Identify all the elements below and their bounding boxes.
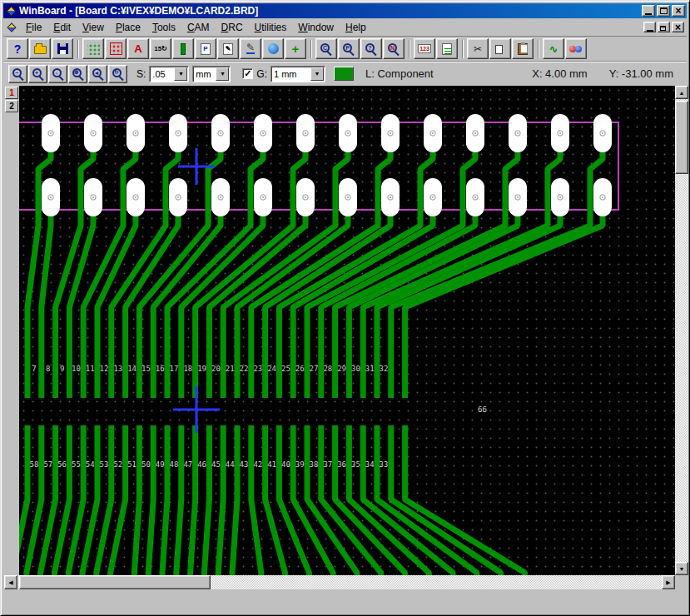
svg-text:55: 55 [72, 460, 81, 469]
menu-drc[interactable]: DRC [216, 20, 249, 35]
magnifier-icon: C [320, 43, 330, 52]
svg-text:27: 27 [310, 365, 319, 373]
report-button[interactable] [436, 38, 458, 59]
svg-text:12: 12 [100, 365, 109, 373]
horizontal-scroll-thumb[interactable] [19, 575, 211, 589]
zoom-query-button[interactable]: ? [360, 38, 382, 59]
grid-checkbox[interactable]: ✓ [242, 68, 253, 79]
maximize-icon [660, 7, 668, 14]
svg-text:11: 11 [86, 365, 95, 373]
text-tool-button[interactable]: A [127, 38, 149, 59]
horizontal-scrollbar[interactable]: ◀ ▶ [4, 575, 675, 589]
mdi-restore-button[interactable] [658, 22, 670, 32]
coordinate-x: X: 4.00 mm [532, 67, 587, 80]
svg-text:28: 28 [323, 365, 332, 373]
maximize-button[interactable] [657, 5, 670, 17]
menu-cam[interactable]: CAM [181, 20, 216, 35]
svg-text:17: 17 [170, 365, 179, 373]
redraw-button[interactable]: ↻ [108, 65, 127, 83]
menu-utilities[interactable]: Utilities [249, 20, 293, 35]
zoom-out-button[interactable]: − [8, 65, 27, 83]
open-file-button[interactable] [29, 38, 51, 59]
scroll-left-button[interactable]: ◀ [4, 575, 17, 589]
menu-edit[interactable]: Edit [47, 20, 77, 35]
grid-combobox[interactable]: 1 mm ▼ [271, 66, 325, 82]
menu-place[interactable]: Place [110, 20, 146, 35]
svg-text:43: 43 [240, 460, 249, 469]
zoom-net-button[interactable]: N [383, 38, 405, 59]
menu-tools[interactable]: Tools [146, 20, 181, 35]
snap-combobox[interactable]: .05 ▼ [149, 66, 189, 82]
menu-window[interactable]: Window [292, 20, 340, 35]
world-view-button[interactable] [262, 38, 284, 59]
chevron-down-icon[interactable]: ▼ [216, 67, 229, 81]
net-highlight-button[interactable]: ∿ [543, 38, 564, 59]
active-color-swatch[interactable] [334, 67, 354, 81]
layer-1-button[interactable]: 1 [5, 87, 18, 99]
svg-text:54: 54 [86, 460, 95, 469]
vertical-scrollbar[interactable]: ▲ ▼ [675, 86, 688, 575]
save-file-button[interactable] [52, 38, 73, 59]
place-pad-button[interactable] [172, 38, 194, 59]
snap-value: .05 [150, 69, 174, 79]
rotate-15-button[interactable]: 15↻ [150, 38, 171, 59]
svg-text:52: 52 [113, 460, 122, 469]
scroll-down-button[interactable]: ▼ [675, 562, 688, 575]
cut-button[interactable]: ✂ [467, 38, 489, 59]
zoom-all-icon: ⊕ [72, 68, 82, 77]
svg-text:24: 24 [267, 365, 276, 373]
unit-combobox[interactable]: mm ▼ [192, 66, 231, 82]
copy-button[interactable] [489, 38, 511, 59]
menu-bar: File Edit View Place Tools CAM DRC Utili… [3, 18, 687, 37]
menu-file[interactable]: File [20, 20, 47, 35]
mdi-minimize-button[interactable] [643, 22, 656, 32]
chevron-down-icon[interactable]: ▼ [310, 67, 324, 81]
vertical-scroll-thumb[interactable] [675, 101, 688, 174]
help-button[interactable]: ? [7, 38, 28, 59]
color-palette-button[interactable] [565, 38, 587, 59]
grid-snap-button[interactable] [105, 38, 127, 59]
layer-2-button[interactable]: 2 [5, 100, 18, 112]
zoom-in-icon: + [32, 68, 42, 77]
zoom-part-button[interactable]: P [338, 38, 360, 59]
svg-text:57: 57 [43, 460, 52, 469]
copy-icon [495, 45, 503, 54]
floppy-disk-icon [57, 43, 68, 54]
svg-text:48: 48 [170, 460, 179, 469]
menu-help[interactable]: Help [340, 20, 372, 35]
zoom-all-button[interactable]: ⊕ [68, 65, 87, 83]
svg-text:49: 49 [156, 460, 165, 469]
zoom-select-button[interactable]: C [315, 38, 337, 59]
scroll-up-button[interactable]: ▲ [675, 86, 688, 99]
grid-dots-button[interactable] [82, 38, 104, 59]
svg-text:39: 39 [295, 460, 305, 469]
mdi-close-button[interactable]: × [672, 22, 684, 32]
route-trace-button[interactable]: ✎ [240, 38, 261, 59]
close-button[interactable]: × [672, 5, 685, 17]
part-list-button[interactable]: P [195, 38, 216, 59]
paste-button[interactable] [512, 38, 534, 59]
toolbar-separator [310, 40, 312, 58]
grid-snap-icon [110, 42, 122, 55]
minimize-button[interactable] [642, 5, 655, 17]
cursor-coordinates: X: 4.00 mm Y: -31.00 mm [532, 67, 673, 80]
zoom-out-icon: − [12, 68, 22, 77]
chevron-down-icon[interactable]: ▼ [174, 67, 187, 81]
mdi-window-controls: × [642, 22, 684, 32]
menu-view[interactable]: View [77, 20, 110, 35]
winboard-app-icon[interactable] [6, 6, 17, 17]
main-toolbar: ? A 15↻ P ✎ ✎ + C P ? N 123 ✂ ∿ [3, 37, 687, 62]
grid-value: 1 mm [271, 69, 310, 79]
svg-text:14: 14 [127, 365, 137, 373]
dimension-button[interactable]: 123 [414, 38, 435, 59]
document-icon[interactable] [7, 22, 16, 32]
via-grid-button[interactable]: + [285, 38, 306, 59]
svg-text:44: 44 [226, 460, 235, 469]
scroll-right-button[interactable]: ▶ [662, 575, 675, 589]
zoom-window-button[interactable]: ▫ [48, 65, 67, 83]
zoom-previous-button[interactable]: ◄ [88, 65, 107, 83]
edit-document-button[interactable]: ✎ [217, 38, 239, 59]
pcb-canvas[interactable]: 7891011121314151617181920212223242526272… [19, 86, 675, 575]
zoom-in-button[interactable]: + [28, 65, 47, 83]
magnifier-icon: P [343, 43, 352, 52]
